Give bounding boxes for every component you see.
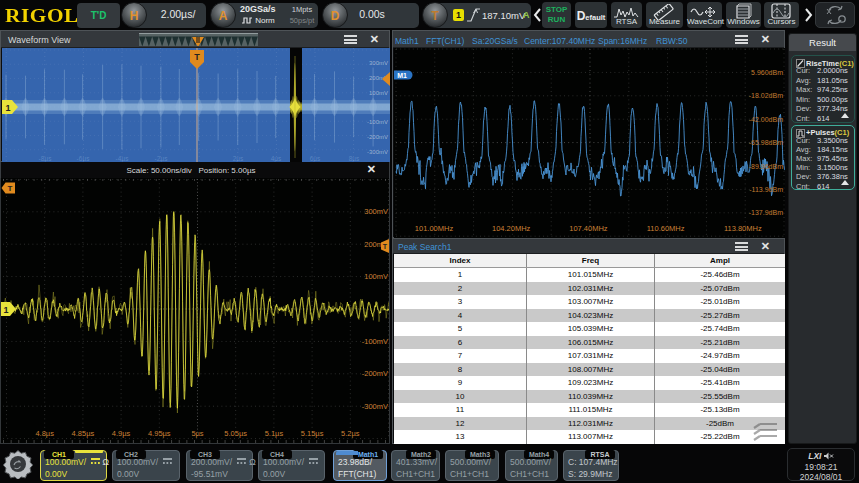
- svg-text:300mV: 300mV: [364, 207, 388, 216]
- svg-text:-200mV: -200mV: [362, 369, 388, 378]
- svg-text:6µs: 6µs: [310, 155, 321, 162]
- svg-text:107.40MHz: 107.40MHz: [569, 224, 608, 233]
- svg-text:T: T: [383, 243, 388, 250]
- svg-text:-65.98dBm: -65.98dBm: [749, 139, 783, 146]
- svg-text:5.05µs: 5.05µs: [224, 429, 247, 438]
- svg-text:101.00MHz: 101.00MHz: [415, 224, 454, 233]
- svg-text:4.95µs: 4.95µs: [148, 429, 171, 438]
- svg-text:113.80MHz: 113.80MHz: [724, 224, 762, 233]
- svg-text:-8µs: -8µs: [39, 155, 53, 162]
- svg-text:-18.02dBm: -18.02dBm: [749, 92, 783, 99]
- svg-text:4.9µs: 4.9µs: [112, 429, 131, 438]
- svg-text:5.1µs: 5.1µs: [265, 429, 284, 438]
- svg-text:-300mV: -300mV: [367, 149, 388, 155]
- svg-text:300mV: 300mV: [369, 60, 388, 66]
- svg-text:104.20MHz: 104.20MHz: [492, 224, 531, 233]
- svg-text:-2µs: -2µs: [155, 155, 169, 162]
- svg-text:5µs: 5µs: [191, 429, 203, 438]
- svg-text:1: 1: [3, 305, 8, 315]
- svg-text:110.60MHz: 110.60MHz: [647, 224, 685, 233]
- svg-text:-137.9dBm: -137.9dBm: [749, 209, 783, 216]
- svg-text:5.2µs: 5.2µs: [341, 429, 360, 438]
- svg-text:T: T: [194, 52, 200, 62]
- svg-text:-100mV: -100mV: [367, 119, 388, 125]
- svg-text:T: T: [8, 184, 13, 193]
- svg-text:8µs: 8µs: [349, 155, 360, 162]
- svg-text:2µs: 2µs: [233, 155, 244, 162]
- svg-text:5.15µs: 5.15µs: [301, 429, 324, 438]
- svg-text:-89.96dBm: -89.96dBm: [749, 163, 783, 170]
- svg-text:4.8µs: 4.8µs: [35, 429, 54, 438]
- svg-text:-4µs: -4µs: [116, 155, 130, 162]
- svg-text:-300mV: -300mV: [362, 402, 388, 411]
- svg-text:-100mV: -100mV: [362, 337, 388, 346]
- svg-text:5.960dBm: 5.960dBm: [751, 69, 783, 76]
- svg-text:-6µs: -6µs: [77, 155, 91, 162]
- svg-text:1: 1: [5, 103, 10, 113]
- svg-text:100mV: 100mV: [369, 90, 388, 96]
- svg-text:100mV: 100mV: [364, 272, 388, 281]
- svg-text:4.85µs: 4.85µs: [72, 429, 95, 438]
- svg-text:4µs: 4µs: [271, 155, 282, 162]
- svg-text:-113.9dBm: -113.9dBm: [749, 186, 783, 193]
- svg-text:M1: M1: [397, 72, 407, 79]
- svg-text:-42.00dBm: -42.00dBm: [749, 116, 783, 123]
- svg-text:-200mV: -200mV: [367, 134, 388, 140]
